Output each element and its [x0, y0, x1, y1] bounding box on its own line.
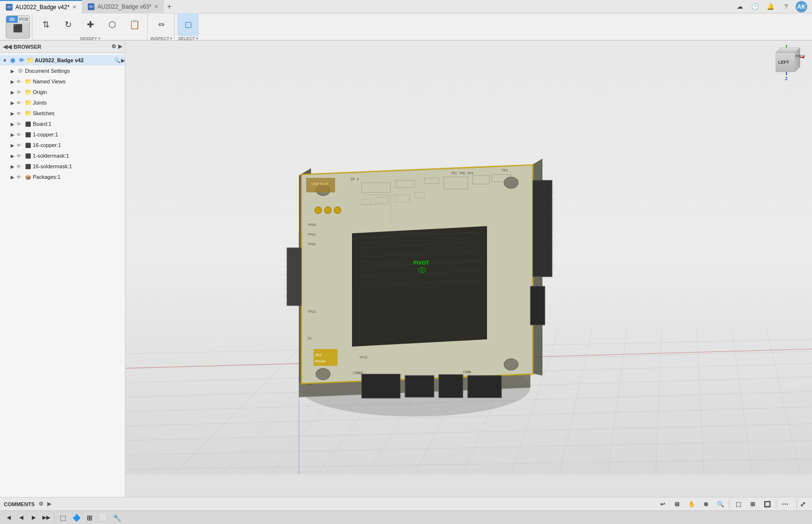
look-btn[interactable]: ✋ [686, 499, 697, 510]
soldermask1-label: 1-soldermask:1 [33, 153, 125, 159]
tab-close-inactive[interactable]: ✕ [154, 4, 158, 9]
svg-text:CONN2: CONN2 [353, 371, 363, 375]
tree-copper1[interactable]: ▶ 👁 ⬛ 1-copper:1 [0, 129, 125, 140]
named-views-expand[interactable]: ▶ [10, 79, 15, 84]
viewport-svg: USB Boot [125, 40, 812, 474]
tree-named-views[interactable]: ▶ 👁 📁 Named Views [0, 76, 125, 87]
zoom-btn[interactable]: ⊕ [700, 499, 712, 510]
packages-eye[interactable]: 👁 [16, 175, 23, 180]
nav-play-btn[interactable]: ▶ [29, 513, 39, 523]
nav-prev-btn[interactable]: ◀ [16, 513, 26, 523]
display-mode-btn[interactable]: ⬚ [732, 499, 744, 510]
rotate-tool[interactable]: ↻ [57, 13, 79, 36]
move-tool[interactable]: ⇅ [35, 13, 56, 36]
tree-soldermask16[interactable]: ▶ 👁 ⬛ 16-soldermask:1 [0, 161, 125, 172]
pan-btn[interactable]: ⊞ [671, 499, 683, 510]
settings-view-btn[interactable]: 🔲 [761, 499, 773, 510]
modify-dropdown-arrow[interactable]: ▾ [98, 37, 100, 40]
bell-icon[interactable]: 🔔 [765, 1, 776, 13]
record-btn[interactable]: ⬚ [57, 512, 68, 523]
packages-expand[interactable]: ▶ [10, 175, 15, 180]
browser-settings-icon[interactable]: ⚙ [111, 43, 116, 50]
fit-btn[interactable]: 🔍 [715, 499, 726, 510]
origin-eye[interactable]: 👁 [16, 90, 23, 95]
tab-inactive[interactable]: 3D AU2022_Badge v63* ✕ [82, 0, 164, 13]
soldermask1-expand[interactable]: ▶ [10, 153, 15, 159]
browser-collapse-icon[interactable]: ◀◀ [3, 43, 12, 50]
soldermask16-eye[interactable]: 👁 [16, 164, 23, 169]
svg-text:LEFT: LEFT [778, 60, 789, 65]
gerber-tool[interactable]: 📋 [124, 13, 145, 36]
select-box-tool[interactable]: ▢ [177, 13, 199, 36]
tree-joints[interactable]: ▶ 👁 📁 Joints [0, 97, 125, 108]
cloud-icon[interactable]: ☁ [734, 1, 745, 13]
origin-expand[interactable]: ▶ [10, 90, 15, 95]
viewcube[interactable]: LEFT FRONT Z [769, 45, 805, 81]
soldermask1-eye[interactable]: 👁 [16, 153, 23, 159]
svg-point-36 [316, 368, 330, 380]
comments-expand-btn[interactable]: ▶ [47, 501, 51, 507]
tree-document-settings[interactable]: ▶ ⚙ Document Settings [0, 66, 125, 76]
mode-pcb[interactable]: PCB [18, 16, 29, 23]
user-avatar[interactable]: AK [796, 1, 807, 13]
viewport-bottom-toolbar: ↩ ⊞ ✋ ⊕ 🔍 ⬚ ⊞ 🔲 ⋯ [657, 499, 791, 510]
tree-packages[interactable]: ▶ 👁 📦 Packages:1 [0, 172, 125, 182]
copper16-eye[interactable]: 👁 [16, 143, 23, 148]
root-menu-icon[interactable]: ▶ [121, 58, 125, 63]
orbit-btn[interactable]: ↩ [657, 499, 668, 510]
blue-box-btn[interactable]: 🔷 [71, 512, 81, 523]
tool-status-btn[interactable]: 🔧 [111, 512, 122, 523]
root-search-icon[interactable]: 🔍 [114, 58, 120, 63]
copper1-eye[interactable]: 👁 [16, 132, 23, 137]
tree-root[interactable]: ▼ ◉ 👁 📁 AU2022_Badge v42 🔍 ▶ [0, 55, 125, 66]
tree-sketches[interactable]: ▶ 👁 📁 Sketches [0, 108, 125, 119]
board-eye[interactable]: 👁 [16, 121, 23, 127]
screen-btn[interactable]: ⤢ [797, 499, 808, 510]
question-icon[interactable]: ? [780, 1, 792, 13]
browser-expand-icon[interactable]: ▶ [118, 43, 122, 50]
nav-first-btn[interactable]: ◀ [4, 513, 14, 523]
tab-active[interactable]: 3D AU2022_Badge v42* ✕ [0, 0, 82, 13]
grid-btn[interactable]: ⊞ [747, 499, 758, 510]
copper1-expand[interactable]: ▶ [10, 132, 15, 137]
sketches-expand[interactable]: ▶ [10, 111, 15, 116]
scale-tool[interactable]: ✚ [80, 13, 101, 36]
sketches-eye[interactable]: 👁 [16, 111, 23, 116]
select-box-icon: ▢ [185, 20, 192, 29]
root-visibility-icon[interactable]: 👁 [17, 57, 25, 63]
joints-icon: 📁 [24, 99, 32, 106]
named-views-eye[interactable]: 👁 [16, 79, 23, 84]
joints-eye[interactable]: 👁 [16, 100, 23, 106]
soldermask16-expand[interactable]: ▶ [10, 164, 15, 169]
tree-soldermask1[interactable]: ▶ 👁 ⬛ 1-soldermask:1 [0, 150, 125, 161]
rotate-icon: ↻ [65, 19, 72, 30]
root-expand-arrow[interactable]: ▼ [2, 58, 8, 63]
tree-board[interactable]: ▶ 👁 ⬛ Board:1 [0, 119, 125, 129]
select-dropdown-arrow[interactable]: ▾ [196, 37, 198, 40]
doc-settings-expand[interactable]: ▶ [10, 68, 15, 74]
measure-tool[interactable]: ⇔ [151, 13, 172, 36]
layer-status-btn[interactable]: ⬜ [98, 512, 108, 523]
tab-close-active[interactable]: ✕ [72, 4, 76, 10]
copper-fill-tool[interactable]: ⬡ [102, 13, 123, 36]
tree-origin[interactable]: ▶ 👁 📁 Origin [0, 87, 125, 97]
tree-copper16[interactable]: ▶ 👁 ⬛ 16-copper:1 [0, 140, 125, 150]
board-expand[interactable]: ▶ [10, 121, 15, 127]
more-btn[interactable]: ⋯ [779, 499, 791, 510]
copper16-expand[interactable]: ▶ [10, 143, 15, 148]
nav-last-btn[interactable]: ▶▶ [41, 513, 51, 523]
comments-collapse-icon[interactable]: ⚙ [39, 501, 43, 507]
viewport[interactable]: USB Boot [125, 40, 812, 497]
new-tab-button[interactable]: + [164, 1, 175, 12]
mode-3d[interactable]: 3D [6, 16, 18, 23]
copper1-icon: ⬛ [24, 132, 32, 137]
clock-icon[interactable]: 🕐 [749, 1, 761, 13]
grid-status-btn[interactable]: ⊞ [84, 512, 95, 523]
joints-expand[interactable]: ▶ [10, 100, 15, 106]
board-icon: ⬛ [24, 121, 32, 127]
svg-text:CONN: CONN [463, 370, 471, 374]
tab-icon-active: 3D [6, 4, 13, 11]
inspect-dropdown-arrow[interactable]: ▾ [170, 37, 172, 40]
modify-label: MODIFY [81, 36, 97, 41]
svg-rect-72 [313, 349, 338, 366]
